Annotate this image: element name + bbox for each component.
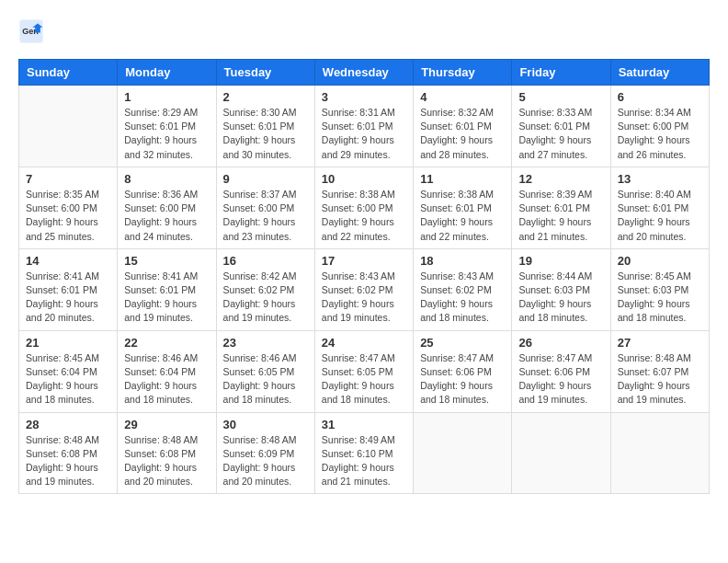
day-info: Sunrise: 8:43 AM Sunset: 6:02 PM Dayligh…	[322, 270, 406, 326]
day-info: Sunrise: 8:30 AM Sunset: 6:01 PM Dayligh…	[223, 106, 308, 162]
day-info: Sunrise: 8:37 AM Sunset: 6:00 PM Dayligh…	[223, 188, 308, 244]
day-info: Sunrise: 8:45 AM Sunset: 6:04 PM Dayligh…	[26, 351, 110, 408]
calendar-cell: 6Sunrise: 8:34 AM Sunset: 6:00 PM Daylig…	[610, 86, 709, 167]
calendar-cell: 28Sunrise: 8:48 AM Sunset: 6:08 PM Dayli…	[19, 412, 118, 494]
day-number: 18	[420, 254, 505, 268]
calendar-cell	[610, 412, 709, 494]
day-info: Sunrise: 8:49 AM Sunset: 6:10 PM Dayligh…	[322, 433, 406, 489]
day-number: 9	[223, 172, 308, 186]
calendar-cell: 23Sunrise: 8:46 AM Sunset: 6:05 PM Dayli…	[216, 330, 314, 412]
calendar-cell: 5Sunrise: 8:33 AM Sunset: 6:01 PM Daylig…	[512, 86, 610, 167]
day-number: 11	[420, 172, 505, 186]
calendar-cell: 20Sunrise: 8:45 AM Sunset: 6:03 PM Dayli…	[610, 248, 709, 330]
day-number: 17	[322, 254, 406, 268]
day-number: 20	[618, 254, 702, 268]
day-info: Sunrise: 8:48 AM Sunset: 6:09 PM Dayligh…	[223, 433, 308, 489]
week-row-2: 7Sunrise: 8:35 AM Sunset: 6:00 PM Daylig…	[19, 167, 710, 248]
calendar-cell: 11Sunrise: 8:38 AM Sunset: 6:01 PM Dayli…	[414, 167, 512, 248]
header-wednesday: Wednesday	[314, 60, 413, 86]
calendar-cell: 14Sunrise: 8:41 AM Sunset: 6:01 PM Dayli…	[19, 248, 118, 330]
day-number: 12	[518, 172, 603, 186]
day-info: Sunrise: 8:46 AM Sunset: 6:04 PM Dayligh…	[124, 351, 209, 408]
day-info: Sunrise: 8:42 AM Sunset: 6:02 PM Dayligh…	[223, 270, 308, 326]
day-info: Sunrise: 8:32 AM Sunset: 6:01 PM Dayligh…	[420, 106, 505, 162]
calendar-table: SundayMondayTuesdayWednesdayThursdayFrid…	[18, 59, 710, 494]
calendar-cell: 15Sunrise: 8:41 AM Sunset: 6:01 PM Dayli…	[118, 248, 216, 330]
calendar-cell: 10Sunrise: 8:38 AM Sunset: 6:00 PM Dayli…	[314, 167, 413, 248]
day-number: 10	[322, 172, 406, 186]
day-number: 5	[518, 90, 603, 104]
day-number: 14	[26, 254, 110, 268]
day-info: Sunrise: 8:38 AM Sunset: 6:00 PM Dayligh…	[322, 188, 406, 244]
header-sunday: Sunday	[19, 60, 118, 86]
page-header: Gen	[18, 18, 710, 44]
calendar-cell: 2Sunrise: 8:30 AM Sunset: 6:01 PM Daylig…	[216, 86, 314, 167]
day-number: 4	[420, 90, 505, 104]
day-number: 28	[26, 418, 110, 431]
day-info: Sunrise: 8:48 AM Sunset: 6:07 PM Dayligh…	[618, 351, 702, 408]
day-number: 27	[618, 336, 702, 350]
calendar-cell: 1Sunrise: 8:29 AM Sunset: 6:01 PM Daylig…	[118, 86, 216, 167]
calendar-cell: 3Sunrise: 8:31 AM Sunset: 6:01 PM Daylig…	[314, 86, 413, 167]
day-info: Sunrise: 8:31 AM Sunset: 6:01 PM Dayligh…	[322, 106, 406, 162]
day-number: 6	[618, 90, 702, 104]
calendar-cell: 18Sunrise: 8:43 AM Sunset: 6:02 PM Dayli…	[414, 248, 512, 330]
day-number: 31	[322, 418, 406, 431]
calendar-cell: 19Sunrise: 8:44 AM Sunset: 6:03 PM Dayli…	[512, 248, 610, 330]
day-info: Sunrise: 8:34 AM Sunset: 6:00 PM Dayligh…	[618, 106, 702, 162]
day-number: 13	[618, 172, 702, 186]
calendar-cell: 17Sunrise: 8:43 AM Sunset: 6:02 PM Dayli…	[314, 248, 413, 330]
day-info: Sunrise: 8:44 AM Sunset: 6:03 PM Dayligh…	[518, 270, 603, 326]
day-info: Sunrise: 8:41 AM Sunset: 6:01 PM Dayligh…	[124, 270, 209, 326]
day-number: 25	[420, 336, 505, 350]
day-info: Sunrise: 8:46 AM Sunset: 6:05 PM Dayligh…	[223, 351, 308, 408]
day-info: Sunrise: 8:47 AM Sunset: 6:05 PM Dayligh…	[322, 351, 406, 408]
day-info: Sunrise: 8:29 AM Sunset: 6:01 PM Dayligh…	[124, 106, 209, 162]
day-number: 1	[124, 90, 209, 104]
header-thursday: Thursday	[414, 60, 512, 86]
header-friday: Friday	[512, 60, 610, 86]
calendar-cell: 16Sunrise: 8:42 AM Sunset: 6:02 PM Dayli…	[216, 248, 314, 330]
calendar-cell: 8Sunrise: 8:36 AM Sunset: 6:00 PM Daylig…	[118, 167, 216, 248]
day-info: Sunrise: 8:48 AM Sunset: 6:08 PM Dayligh…	[124, 433, 209, 489]
day-info: Sunrise: 8:39 AM Sunset: 6:01 PM Dayligh…	[518, 188, 603, 244]
day-info: Sunrise: 8:40 AM Sunset: 6:01 PM Dayligh…	[618, 188, 702, 244]
week-row-4: 21Sunrise: 8:45 AM Sunset: 6:04 PM Dayli…	[19, 330, 710, 412]
week-row-5: 28Sunrise: 8:48 AM Sunset: 6:08 PM Dayli…	[19, 412, 710, 494]
header-saturday: Saturday	[610, 60, 709, 86]
day-info: Sunrise: 8:38 AM Sunset: 6:01 PM Dayligh…	[420, 188, 505, 244]
day-info: Sunrise: 8:47 AM Sunset: 6:06 PM Dayligh…	[420, 351, 505, 408]
calendar-cell: 30Sunrise: 8:48 AM Sunset: 6:09 PM Dayli…	[216, 412, 314, 494]
calendar-cell: 7Sunrise: 8:35 AM Sunset: 6:00 PM Daylig…	[19, 167, 118, 248]
day-number: 16	[223, 254, 308, 268]
day-info: Sunrise: 8:48 AM Sunset: 6:08 PM Dayligh…	[26, 433, 110, 489]
calendar-cell: 22Sunrise: 8:46 AM Sunset: 6:04 PM Dayli…	[118, 330, 216, 412]
day-number: 15	[124, 254, 209, 268]
header-monday: Monday	[118, 60, 216, 86]
day-info: Sunrise: 8:35 AM Sunset: 6:00 PM Dayligh…	[26, 188, 110, 244]
day-number: 30	[223, 418, 308, 431]
day-info: Sunrise: 8:47 AM Sunset: 6:06 PM Dayligh…	[518, 351, 603, 408]
week-row-1: 1Sunrise: 8:29 AM Sunset: 6:01 PM Daylig…	[19, 86, 710, 167]
calendar-cell	[512, 412, 610, 494]
calendar-cell: 13Sunrise: 8:40 AM Sunset: 6:01 PM Dayli…	[610, 167, 709, 248]
logo: Gen	[18, 18, 48, 44]
calendar-cell: 12Sunrise: 8:39 AM Sunset: 6:01 PM Dayli…	[512, 167, 610, 248]
day-number: 19	[518, 254, 603, 268]
day-info: Sunrise: 8:36 AM Sunset: 6:00 PM Dayligh…	[124, 188, 209, 244]
calendar-cell: 29Sunrise: 8:48 AM Sunset: 6:08 PM Dayli…	[118, 412, 216, 494]
calendar-cell: 21Sunrise: 8:45 AM Sunset: 6:04 PM Dayli…	[19, 330, 118, 412]
calendar-cell: 25Sunrise: 8:47 AM Sunset: 6:06 PM Dayli…	[414, 330, 512, 412]
day-number: 3	[322, 90, 406, 104]
day-info: Sunrise: 8:45 AM Sunset: 6:03 PM Dayligh…	[618, 270, 702, 326]
calendar-cell: 26Sunrise: 8:47 AM Sunset: 6:06 PM Dayli…	[512, 330, 610, 412]
day-number: 7	[26, 172, 110, 186]
calendar-cell: 27Sunrise: 8:48 AM Sunset: 6:07 PM Dayli…	[610, 330, 709, 412]
day-number: 2	[223, 90, 308, 104]
calendar-cell	[414, 412, 512, 494]
calendar-cell: 24Sunrise: 8:47 AM Sunset: 6:05 PM Dayli…	[314, 330, 413, 412]
day-number: 26	[518, 336, 603, 350]
logo-icon: Gen	[18, 18, 44, 44]
day-number: 29	[124, 418, 209, 431]
day-info: Sunrise: 8:41 AM Sunset: 6:01 PM Dayligh…	[26, 270, 110, 326]
